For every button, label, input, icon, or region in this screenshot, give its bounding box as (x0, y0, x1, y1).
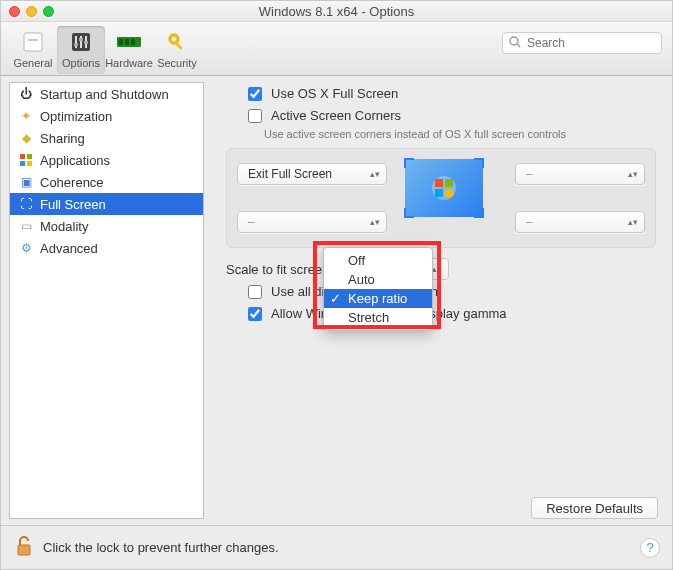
chevron-updown-icon: ▴▾ (432, 265, 442, 274)
toolbar: General Options Hardware Security (1, 22, 672, 76)
lock-text: Click the lock to prevent further change… (43, 540, 279, 555)
search-input[interactable] (525, 35, 673, 51)
svg-rect-21 (27, 161, 32, 166)
svg-rect-1 (28, 39, 38, 41)
search-field[interactable] (502, 32, 662, 54)
svg-rect-15 (175, 42, 183, 50)
scale-row: Scale to fit screen: Keep ratio ▴▾ (226, 258, 658, 280)
security-icon (164, 29, 190, 55)
scale-dropdown[interactable]: Off Auto ✓Keep ratio Stretch (323, 247, 433, 331)
dropdown-item-auto[interactable]: Auto (324, 270, 432, 289)
checkbox-input[interactable] (248, 307, 262, 321)
corner-tl-select[interactable]: Exit Full Screen▴▾ (237, 163, 387, 185)
svg-line-17 (517, 44, 520, 47)
svg-rect-19 (27, 154, 32, 159)
sidebar-item-advanced[interactable]: ⚙Advanced (10, 237, 203, 259)
sidebar-item-applications[interactable]: Applications (10, 149, 203, 171)
toolbar-security[interactable]: Security (153, 26, 201, 74)
svg-rect-24 (445, 179, 453, 187)
modality-icon: ▭ (18, 218, 34, 234)
checkbox-input[interactable] (248, 87, 262, 101)
toolbar-hardware[interactable]: Hardware (105, 26, 153, 74)
sidebar: ⏻Startup and Shutdown ✦Optimization ◆Sha… (9, 82, 204, 519)
options-window: Windows 8.1 x64 - Options General Option… (0, 0, 673, 570)
active-corners-hint: Use active screen corners instead of OS … (264, 128, 658, 140)
svg-point-16 (510, 37, 518, 45)
general-icon (20, 29, 46, 55)
check-icon: ✓ (330, 291, 341, 306)
svg-rect-18 (20, 154, 25, 159)
power-icon: ⏻ (18, 86, 34, 102)
svg-rect-20 (20, 161, 25, 166)
titlebar: Windows 8.1 x64 - Options (1, 1, 672, 22)
fullscreen-icon: ⛶ (18, 196, 34, 212)
toolbar-options[interactable]: Options (57, 26, 105, 74)
restore-defaults-row: Restore Defaults (531, 497, 658, 519)
lock-icon[interactable] (13, 533, 35, 562)
svg-rect-0 (24, 33, 42, 51)
svg-rect-27 (18, 545, 30, 555)
dropdown-item-stretch[interactable]: Stretch (324, 308, 432, 327)
search-icon (509, 36, 521, 51)
svg-rect-8 (84, 41, 88, 44)
checkbox-allow-gamma[interactable]: Allow Windows 8.1 to set display gamma (244, 306, 658, 324)
gear-icon: ⚙ (18, 240, 34, 256)
svg-rect-11 (125, 39, 129, 45)
footer: Click the lock to prevent further change… (1, 525, 672, 569)
chevron-updown-icon: ▴▾ (370, 218, 380, 227)
sidebar-item-startup[interactable]: ⏻Startup and Shutdown (10, 83, 203, 105)
checkbox-active-screen-corners[interactable]: Active Screen Corners (244, 108, 658, 126)
window-title: Windows 8.1 x64 - Options (259, 4, 414, 19)
corner-tr-select[interactable]: –▴▾ (515, 163, 645, 185)
zoom-icon[interactable] (43, 6, 54, 17)
scale-label: Scale to fit screen: (226, 262, 333, 277)
svg-rect-23 (435, 179, 443, 187)
svg-rect-7 (79, 38, 83, 41)
dropdown-item-keep-ratio[interactable]: ✓Keep ratio (324, 289, 432, 308)
corner-br-select[interactable]: –▴▾ (515, 211, 645, 233)
sparkle-icon: ✦ (18, 108, 34, 124)
restore-defaults-button[interactable]: Restore Defaults (531, 497, 658, 519)
svg-rect-10 (119, 39, 123, 45)
sharing-icon: ◆ (18, 130, 34, 146)
chevron-updown-icon: ▴▾ (628, 170, 638, 179)
checkbox-use-all-displays[interactable]: Use all displays in full screen (244, 284, 658, 302)
windows-logo-icon (429, 173, 459, 203)
minimize-icon[interactable] (26, 6, 37, 17)
svg-point-14 (172, 37, 176, 41)
toolbar-general[interactable]: General (9, 26, 57, 74)
options-icon (68, 29, 94, 55)
svg-rect-4 (80, 36, 82, 48)
traffic-lights (9, 6, 54, 17)
coherence-icon: ▣ (18, 174, 34, 190)
corner-bl-select[interactable]: –▴▾ (237, 211, 387, 233)
svg-rect-26 (445, 189, 453, 197)
svg-rect-6 (74, 43, 78, 46)
checkbox-input[interactable] (248, 285, 262, 299)
svg-rect-3 (75, 36, 77, 48)
corner-preview (405, 159, 483, 217)
sidebar-item-sharing[interactable]: ◆Sharing (10, 127, 203, 149)
apps-icon (18, 152, 34, 168)
chevron-updown-icon: ▴▾ (628, 218, 638, 227)
svg-rect-25 (435, 189, 443, 197)
close-icon[interactable] (9, 6, 20, 17)
hardware-icon (116, 29, 142, 55)
checkbox-use-osx-full-screen[interactable]: Use OS X Full Screen (244, 86, 658, 104)
sidebar-item-modality[interactable]: ▭Modality (10, 215, 203, 237)
main-panel: Use OS X Full Screen Active Screen Corne… (204, 76, 672, 525)
sidebar-item-fullscreen[interactable]: ⛶Full Screen (10, 193, 203, 215)
checkbox-input[interactable] (248, 109, 262, 123)
screen-corners-box: Exit Full Screen▴▾ –▴▾ –▴▾ –▴▾ (226, 148, 656, 248)
svg-rect-12 (131, 39, 135, 45)
dropdown-item-off[interactable]: Off (324, 251, 432, 270)
help-button[interactable]: ? (640, 538, 660, 558)
sidebar-item-optimization[interactable]: ✦Optimization (10, 105, 203, 127)
chevron-updown-icon: ▴▾ (370, 170, 380, 179)
sidebar-item-coherence[interactable]: ▣Coherence (10, 171, 203, 193)
